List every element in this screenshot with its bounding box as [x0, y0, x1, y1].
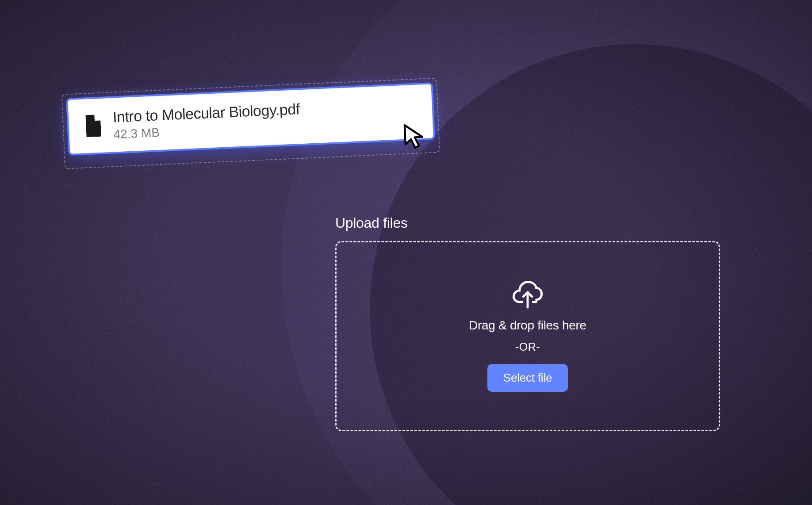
upload-section: Upload files Drag & drop files here -OR-… — [335, 215, 720, 431]
drag-outline: Intro to Molecular Biology.pdf 42.3 MB — [61, 78, 440, 169]
dropzone[interactable]: Drag & drop files here -OR- Select file — [335, 241, 720, 431]
upload-title: Upload files — [335, 215, 720, 231]
cursor-icon — [402, 122, 427, 150]
dropzone-instruction: Drag & drop files here — [469, 318, 586, 333]
file-info: Intro to Molecular Biology.pdf 42.3 MB — [112, 100, 301, 142]
dragged-file-container: Intro to Molecular Biology.pdf 42.3 MB — [61, 78, 440, 169]
dropzone-or-separator: -OR- — [515, 340, 540, 353]
cloud-upload-icon — [510, 280, 545, 310]
file-icon — [83, 115, 101, 138]
file-card[interactable]: Intro to Molecular Biology.pdf 42.3 MB — [66, 82, 435, 156]
select-file-button[interactable]: Select file — [487, 364, 568, 392]
